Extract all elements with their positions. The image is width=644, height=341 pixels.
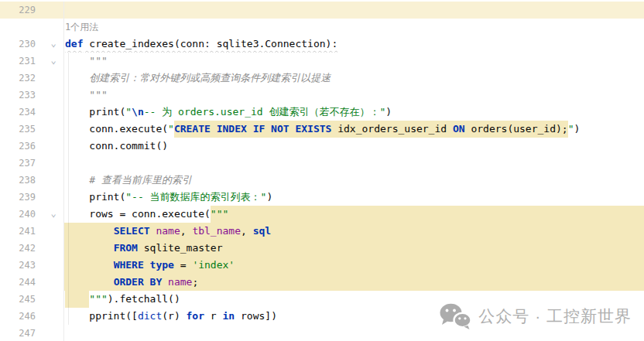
code-token: ": [125, 104, 132, 121]
code-token: ).fetchall(): [108, 291, 180, 308]
code-token: name: [168, 274, 192, 291]
line-number[interactable]: 241: [19, 223, 43, 240]
line-number[interactable]: 234: [19, 104, 43, 121]
code-token: """: [211, 206, 228, 223]
fold-spacer: [43, 19, 63, 36]
fold-spacer: [43, 274, 63, 291]
code-token: [144, 257, 150, 274]
line-number[interactable]: 239: [19, 189, 43, 206]
code-token: FROM: [114, 240, 138, 257]
code-line: 241 SELECT name, tbl_name, sql: [0, 223, 644, 240]
line-number[interactable]: 242: [19, 240, 43, 257]
code-token: [65, 223, 114, 240]
code-text[interactable]: print("-- 当前数据库的索引列表："): [64, 189, 644, 206]
line-number[interactable]: 233: [19, 87, 43, 104]
code-token: -- 为 orders.user_id 创建索引（若不存在）：: [144, 104, 380, 121]
fold-spacer: [43, 257, 63, 274]
code-token: name: [156, 223, 180, 240]
line-number[interactable]: 244: [19, 274, 43, 291]
code-text[interactable]: print("\n-- 为 orders.user_id 创建索引（若不存在）：…: [64, 104, 644, 121]
code-text[interactable]: rows = conn.execute(""": [64, 206, 644, 223]
code-text[interactable]: [64, 155, 644, 172]
line-number[interactable]: 240: [19, 206, 43, 223]
gutter-cell: 229: [0, 2, 64, 19]
code-line: 236 conn.commit(): [0, 138, 644, 155]
code-token: in: [223, 308, 235, 325]
gutter-cell: 237: [0, 155, 64, 172]
code-token: SELECT: [114, 223, 150, 240]
injected-bg-fill: [228, 206, 644, 223]
code-token: ): [266, 189, 272, 206]
code-text[interactable]: # 查看当前库里的索引: [64, 172, 644, 189]
fold-spacer: [43, 87, 63, 104]
code-token: """: [89, 291, 107, 308]
line-number[interactable]: 245: [19, 291, 43, 308]
code-line: 232 创建索引：常对外键列或高频查询条件列建索引以提速: [0, 70, 644, 87]
wechat-icon: [439, 302, 471, 330]
gutter-cell: 247: [0, 325, 64, 341]
code-token: print(: [65, 104, 125, 121]
code-line: 234 print("\n-- 为 orders.user_id 创建索引（若不…: [0, 104, 644, 121]
fold-chevron-icon[interactable]: ⌄: [43, 36, 63, 53]
code-token: pprint([: [65, 308, 138, 325]
code-token: CREATE INDEX IF NOT EXISTS: [174, 121, 332, 138]
fold-spacer: [43, 308, 63, 325]
fold-spacer: [43, 240, 63, 257]
code-text[interactable]: conn.commit(): [64, 138, 644, 155]
code-line: 231⌄ """: [0, 53, 644, 70]
code-text[interactable]: [64, 2, 644, 19]
code-token: dict: [138, 308, 162, 325]
line-number[interactable]: 246: [19, 308, 43, 325]
code-text[interactable]: 创建索引：常对外键列或高频查询条件列建索引以提速: [64, 70, 644, 87]
code-text[interactable]: ORDER BY name;: [64, 274, 644, 291]
code-token: \n: [132, 104, 144, 121]
code-line: 229: [0, 2, 644, 19]
code-token: tbl_name: [192, 223, 241, 240]
fold-chevron-icon[interactable]: ⌄: [43, 206, 63, 223]
code-token: [65, 240, 114, 257]
code-line: 239 print("-- 当前数据库的索引列表："): [0, 189, 644, 206]
code-text[interactable]: WHERE type = 'index': [64, 257, 644, 274]
line-number[interactable]: 237: [19, 155, 43, 172]
code-line: 233 """: [0, 87, 644, 104]
code-text[interactable]: """: [64, 53, 644, 70]
line-number[interactable]: 235: [19, 121, 43, 138]
code-text[interactable]: 1个用法: [64, 19, 644, 36]
code-token: [65, 257, 114, 274]
line-number[interactable]: 243: [19, 257, 43, 274]
gutter-cell: 234: [0, 104, 64, 121]
line-number[interactable]: 238: [19, 172, 43, 189]
line-number[interactable]: 236: [19, 138, 43, 155]
gutter-cell: 231⌄: [0, 53, 64, 70]
code-token: [150, 223, 156, 240]
line-number[interactable]: 247: [19, 325, 43, 341]
gutter-cell: 238: [0, 172, 64, 189]
code-area: 2291个用法230⌄def create_indexes(conn: sqli…: [0, 2, 644, 341]
code-text[interactable]: conn.execute("CREATE INDEX IF NOT EXISTS…: [64, 121, 644, 138]
gutter-cell: 245: [0, 291, 64, 308]
code-token: [65, 291, 89, 308]
gutter-cell: 232: [0, 70, 64, 87]
line-number[interactable]: 232: [19, 70, 43, 87]
code-text[interactable]: def create_indexes(conn: sqlite3.Connect…: [64, 36, 644, 53]
usages-inlay-hint[interactable]: 1个用法: [65, 19, 98, 36]
code-text[interactable]: SELECT name, tbl_name, sql: [64, 223, 644, 240]
gutter-cell: 235: [0, 121, 64, 138]
fold-spacer: [43, 104, 63, 121]
fold-spacer: [43, 155, 63, 172]
code-token: 创建索引：常对外键列或高频查询条件列建索引以提速: [65, 70, 331, 87]
line-number[interactable]: 231: [19, 53, 43, 70]
line-number[interactable]: 230: [19, 36, 43, 53]
fold-chevron-icon[interactable]: ⌄: [43, 53, 63, 70]
code-token: sql: [253, 223, 271, 240]
fold-spacer: [43, 189, 63, 206]
code-token: ): [385, 104, 392, 121]
code-line: 240⌄ rows = conn.execute(""": [0, 206, 644, 223]
code-text[interactable]: FROM sqlite_master: [64, 240, 644, 257]
code-text[interactable]: """: [64, 87, 644, 104]
gutter-cell: 244: [0, 274, 64, 291]
line-number[interactable]: 229: [19, 2, 43, 19]
code-token: ": [168, 121, 174, 138]
fold-spacer: [43, 138, 63, 155]
code-token: rows = conn.execute(: [65, 206, 211, 223]
